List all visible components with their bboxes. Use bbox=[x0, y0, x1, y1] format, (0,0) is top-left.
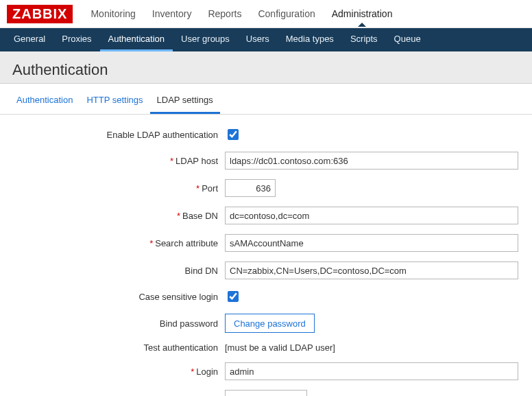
ldap-form: Enable LDAP authentication *LDAP host *P… bbox=[0, 115, 532, 396]
label-enable-ldap: Enable LDAP authentication bbox=[12, 130, 225, 140]
input-port[interactable] bbox=[225, 179, 276, 197]
label-login: Login bbox=[196, 366, 218, 377]
label-test-auth: Test authentication bbox=[12, 342, 225, 353]
label-search-attr: Search attribute bbox=[155, 238, 218, 248]
input-ldap-host[interactable] bbox=[225, 152, 518, 170]
required-marker: * bbox=[196, 183, 200, 194]
sub-nav: General Proxies Authentication User grou… bbox=[0, 28, 532, 51]
subnav-users[interactable]: Users bbox=[238, 28, 278, 51]
label-case-sensitive: Case sensitive login bbox=[12, 292, 225, 302]
input-login[interactable] bbox=[225, 362, 518, 380]
change-password-button[interactable]: Change password bbox=[225, 314, 315, 333]
page-title: Authentication bbox=[12, 61, 520, 79]
input-base-dn[interactable] bbox=[225, 207, 518, 224]
top-nav: Monitoring Inventory Reports Configurati… bbox=[82, 1, 400, 26]
checkbox-enable-ldap[interactable] bbox=[228, 129, 239, 140]
input-search-attribute[interactable] bbox=[225, 234, 518, 252]
tab-http-settings[interactable]: HTTP settings bbox=[80, 89, 149, 114]
page-heading: Authentication bbox=[0, 51, 532, 84]
label-base-dn: Base DN bbox=[182, 211, 218, 221]
tab-bar: Authentication HTTP settings LDAP settin… bbox=[0, 84, 532, 115]
label-bind-password: Bind password bbox=[12, 318, 225, 329]
required-marker: * bbox=[170, 156, 173, 166]
subnav-proxies[interactable]: Proxies bbox=[53, 28, 99, 51]
topnav-administration[interactable]: Administration bbox=[324, 1, 401, 26]
subnav-authentication[interactable]: Authentication bbox=[100, 28, 173, 51]
label-ldap-host: LDAP host bbox=[176, 156, 218, 166]
input-bind-dn[interactable] bbox=[225, 261, 518, 279]
topnav-inventory[interactable]: Inventory bbox=[144, 1, 200, 26]
checkbox-case-sensitive[interactable] bbox=[228, 291, 239, 302]
tab-authentication[interactable]: Authentication bbox=[10, 89, 80, 114]
subnav-media-types[interactable]: Media types bbox=[278, 28, 342, 51]
required-marker: * bbox=[191, 366, 194, 377]
subnav-general[interactable]: General bbox=[5, 28, 53, 51]
topnav-reports[interactable]: Reports bbox=[200, 1, 250, 26]
subnav-user-groups[interactable]: User groups bbox=[173, 28, 238, 51]
tab-ldap-settings[interactable]: LDAP settings bbox=[150, 89, 220, 114]
top-bar: ZABBIX Monitoring Inventory Reports Conf… bbox=[0, 0, 532, 28]
test-auth-note: [must be a valid LDAP user] bbox=[225, 342, 335, 353]
subnav-scripts[interactable]: Scripts bbox=[342, 28, 386, 51]
required-marker: * bbox=[153, 394, 156, 397]
topnav-configuration[interactable]: Configuration bbox=[250, 1, 323, 26]
logo: ZABBIX bbox=[7, 5, 73, 23]
subnav-queue[interactable]: Queue bbox=[386, 28, 429, 51]
required-marker: * bbox=[177, 211, 180, 221]
label-port: Port bbox=[202, 183, 218, 194]
input-user-password[interactable] bbox=[225, 390, 307, 396]
topnav-monitoring[interactable]: Monitoring bbox=[82, 1, 143, 26]
required-marker: * bbox=[149, 238, 153, 248]
label-bind-dn: Bind DN bbox=[12, 266, 225, 276]
label-user-password: User password bbox=[158, 394, 218, 397]
